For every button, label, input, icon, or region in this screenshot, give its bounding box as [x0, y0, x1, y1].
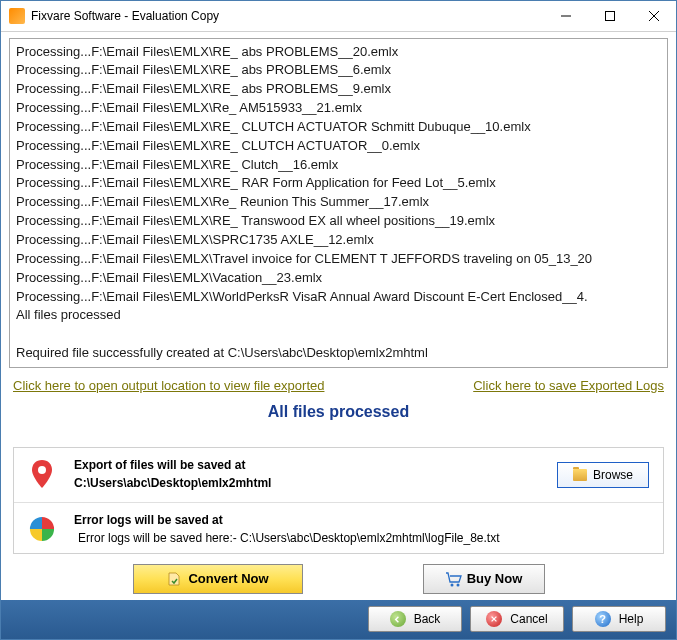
chart-pie-icon [28, 515, 56, 543]
log-line: Processing...F:\Email Files\EMLX\RE_ CLU… [16, 137, 661, 156]
browse-button[interactable]: Browse [557, 462, 649, 488]
processing-log[interactable]: Processing...F:\Email Files\EMLX\RE_ abs… [9, 38, 668, 368]
log-line: Required file successfully created at C:… [16, 344, 661, 363]
status-message: All files processed [9, 399, 668, 447]
log-line: Processing...F:\Email Files\EMLX\Vacatio… [16, 269, 661, 288]
cancel-button[interactable]: Cancel [470, 606, 564, 632]
log-line: Processing...F:\Email Files\EMLX\RE_ Tra… [16, 212, 661, 231]
errorlog-label: Error logs will be saved at [74, 513, 649, 527]
minimize-button[interactable] [544, 1, 588, 30]
browse-label: Browse [593, 468, 633, 482]
cart-icon [445, 572, 461, 586]
svg-point-4 [38, 466, 46, 474]
location-pin-icon [28, 460, 56, 488]
errorlog-path: Error logs will be saved here:- C:\Users… [74, 531, 649, 545]
log-line: Processing...F:\Email Files\EMLX\Travel … [16, 250, 661, 269]
help-icon: ? [595, 611, 611, 627]
svg-point-6 [456, 583, 459, 586]
log-line: Processing...F:\Email Files\EMLX\RE_ abs… [16, 61, 661, 80]
svg-point-5 [450, 583, 453, 586]
buy-label: Buy Now [467, 571, 523, 586]
arrow-left-icon [390, 611, 406, 627]
log-line: Processing...F:\Email Files\EMLX\RE_ abs… [16, 80, 661, 99]
export-location-row: Export of files will be saved at C:\User… [14, 448, 663, 502]
maximize-button[interactable] [588, 1, 632, 30]
log-line [16, 325, 661, 344]
close-button[interactable] [632, 1, 676, 30]
log-line: Processing...F:\Email Files\EMLX\Re_ AM5… [16, 99, 661, 118]
help-label: Help [619, 612, 644, 626]
window-title: Fixvare Software - Evaluation Copy [31, 9, 544, 23]
log-line: Processing...F:\Email Files\EMLX\WorldPe… [16, 288, 661, 307]
buy-now-button[interactable]: Buy Now [423, 564, 545, 594]
convert-icon [166, 571, 182, 587]
footer-bar: Back Cancel ? Help [1, 600, 676, 639]
folder-icon [573, 469, 587, 481]
error-log-row: Error logs will be saved at Error logs w… [14, 502, 663, 553]
app-icon [9, 8, 25, 24]
titlebar: Fixvare Software - Evaluation Copy [1, 1, 676, 31]
log-line: Processing...F:\Email Files\EMLX\RE_ Clu… [16, 156, 661, 175]
log-line: Processing...F:\Email Files\EMLX\Re_ Reu… [16, 193, 661, 212]
log-line: Processing...F:\Email Files\EMLX\RE_ RAR… [16, 174, 661, 193]
log-line: Processing...F:\Email Files\EMLX\RE_ abs… [16, 43, 661, 62]
log-line: Processing...F:\Email Files\EMLX\SPRC173… [16, 231, 661, 250]
convert-now-button[interactable]: Convert Now [133, 564, 303, 594]
help-button[interactable]: ? Help [572, 606, 666, 632]
svg-rect-1 [606, 11, 615, 20]
export-label: Export of files will be saved at [74, 458, 557, 472]
log-line: All files processed [16, 306, 661, 325]
open-output-link[interactable]: Click here to open output location to vi… [13, 378, 324, 393]
convert-label: Convert Now [188, 571, 268, 586]
back-button[interactable]: Back [368, 606, 462, 632]
log-line: Processing...F:\Email Files\EMLX\RE_ CLU… [16, 118, 661, 137]
save-logs-link[interactable]: Click here to save Exported Logs [473, 378, 664, 393]
back-label: Back [414, 612, 441, 626]
export-path: C:\Users\abc\Desktop\emlx2mhtml [74, 476, 557, 490]
cancel-label: Cancel [510, 612, 547, 626]
cancel-icon [486, 611, 502, 627]
settings-panel: Export of files will be saved at C:\User… [13, 447, 664, 554]
app-window: Fixvare Software - Evaluation Copy Proce… [0, 0, 677, 640]
